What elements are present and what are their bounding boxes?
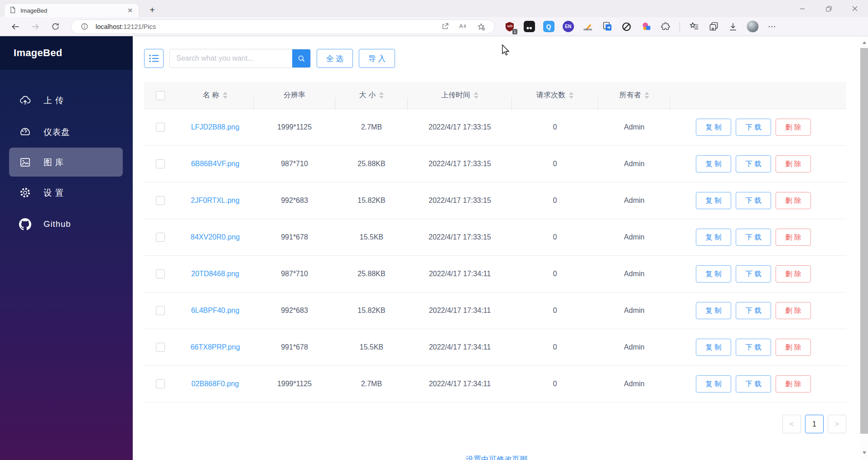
settings-menu-icon[interactable]: ⋯ — [765, 20, 779, 34]
current-page-button[interactable]: 1 — [805, 415, 824, 433]
cell-owner: Admin — [598, 307, 670, 315]
delete-button[interactable]: 删 除 — [776, 155, 811, 172]
header-size[interactable]: 大 小 — [335, 91, 408, 100]
download-button[interactable]: 下 载 — [736, 192, 771, 209]
editor-extension-icon[interactable] — [581, 20, 594, 34]
forward-button[interactable] — [25, 19, 45, 34]
sort-carets-icon[interactable] — [569, 92, 574, 99]
extensions-menu-icon[interactable] — [659, 20, 672, 34]
download-button[interactable]: 下 载 — [736, 229, 771, 246]
browser-tab[interactable]: ImageBed ✕ — [5, 4, 139, 17]
tab-close-icon[interactable]: ✕ — [126, 6, 134, 14]
file-link[interactable]: 20TD8468.png — [191, 270, 239, 278]
table-row: LFJD2B88.png 1999*1125 2.7MB 2022/4/17 1… — [144, 109, 846, 146]
file-link[interactable]: 66TX8PRP.png — [190, 343, 240, 351]
sort-carets-icon[interactable] — [645, 92, 649, 99]
en-translator-extension-icon[interactable]: EN — [561, 20, 575, 34]
sidebar-item-github[interactable]: Github — [0, 208, 133, 240]
row-checkbox[interactable] — [156, 196, 165, 205]
copy-button[interactable]: 复 制 — [696, 192, 731, 209]
translate-pages-extension-icon[interactable] — [600, 20, 614, 34]
row-checkbox[interactable] — [156, 123, 165, 132]
select-all-button[interactable]: 全 选 — [317, 49, 353, 68]
new-tab-button[interactable]: + — [146, 4, 159, 16]
header-uploaded[interactable]: 上传时间 — [408, 91, 512, 100]
download-button[interactable]: 下 载 — [736, 119, 771, 136]
scroll-down-icon[interactable] — [860, 449, 868, 456]
row-checkbox[interactable] — [156, 306, 165, 315]
download-button[interactable]: 下 载 — [736, 375, 771, 393]
view-mode-list-button[interactable] — [144, 49, 164, 68]
file-link[interactable]: LFJD2B88.png — [191, 123, 240, 131]
add-favorite-icon[interactable] — [474, 20, 488, 34]
download-button[interactable]: 下 载 — [736, 339, 771, 356]
window-minimize-button[interactable] — [789, 0, 815, 17]
colorful-extension-icon[interactable] — [639, 20, 653, 34]
sidebar-item-gallery[interactable]: 图 库 — [9, 148, 123, 177]
header-owner[interactable]: 所有者 — [598, 91, 670, 100]
delete-button[interactable]: 删 除 — [776, 302, 811, 319]
file-link[interactable]: 6L4BPF40.png — [191, 307, 240, 315]
page-scrollbar[interactable] — [860, 36, 868, 460]
copy-button[interactable]: 复 制 — [696, 119, 731, 136]
open-external-icon[interactable] — [438, 20, 452, 34]
sort-carets-icon[interactable] — [379, 92, 384, 99]
search-input[interactable] — [170, 49, 292, 67]
file-link[interactable]: 6B86B4VF.png — [191, 160, 240, 168]
import-button[interactable]: 导 入 — [359, 49, 395, 68]
download-button[interactable]: 下 载 — [736, 302, 771, 319]
copy-button[interactable]: 复 制 — [696, 265, 731, 283]
scrollbar-thumb[interactable] — [860, 48, 868, 434]
sidebar-item-upload[interactable]: 上 传 — [0, 84, 133, 116]
site-info-icon[interactable] — [77, 20, 91, 34]
copy-button[interactable]: 复 制 — [696, 302, 731, 319]
delete-button[interactable]: 删 除 — [776, 192, 811, 209]
file-link[interactable]: 2JF0RTXL.png — [191, 196, 239, 205]
copy-button[interactable]: 复 制 — [696, 339, 731, 356]
header-name[interactable]: 名 称 — [177, 91, 254, 100]
row-checkbox[interactable] — [156, 269, 165, 278]
block-extension-icon[interactable] — [620, 20, 633, 34]
scroll-up-icon[interactable] — [860, 39, 868, 46]
sort-carets-icon[interactable] — [474, 92, 478, 99]
delete-button[interactable]: 删 除 — [776, 229, 811, 246]
copy-button[interactable]: 复 制 — [696, 229, 731, 246]
window-restore-button[interactable] — [815, 0, 842, 17]
download-button[interactable]: 下 载 — [736, 265, 771, 283]
file-link[interactable]: 02B868F0.png — [192, 380, 239, 388]
sort-carets-icon[interactable] — [223, 92, 227, 99]
delete-button[interactable]: 删 除 — [776, 375, 811, 393]
header-resolution: 分辨率 — [254, 91, 335, 100]
delete-button[interactable]: 删 除 — [776, 339, 811, 356]
dark-extension-icon[interactable] — [522, 20, 536, 34]
row-checkbox[interactable] — [156, 233, 165, 242]
row-checkbox[interactable] — [156, 343, 165, 352]
select-all-checkbox[interactable] — [156, 91, 165, 100]
file-link[interactable]: 84XV20R0.png — [191, 233, 240, 241]
header-requests[interactable]: 请求次数 — [512, 91, 598, 100]
address-bar[interactable]: localhost:12121/Pics A — [71, 19, 495, 34]
prev-page-button[interactable]: < — [782, 415, 801, 433]
delete-button[interactable]: 删 除 — [776, 119, 811, 136]
copy-button[interactable]: 复 制 — [696, 155, 731, 172]
delete-button[interactable]: 删 除 — [776, 265, 811, 283]
pagination: < 1 > — [782, 415, 846, 433]
sidebar-item-dashboard[interactable]: 仪表盘 — [0, 116, 133, 148]
row-checkbox[interactable] — [156, 379, 165, 388]
profile-avatar[interactable] — [746, 20, 759, 34]
collections-icon[interactable] — [707, 20, 720, 34]
sidebar-item-settings[interactable]: 设 置 — [0, 177, 133, 208]
copy-button[interactable]: 复 制 — [696, 375, 731, 393]
row-checkbox[interactable] — [156, 159, 165, 168]
search-button[interactable] — [292, 49, 310, 67]
ublock-extension-icon[interactable]: uO 1 — [503, 20, 516, 34]
window-close-button[interactable] — [842, 0, 868, 17]
back-button[interactable] — [5, 19, 25, 34]
q-extension-icon[interactable]: Q — [542, 20, 555, 34]
download-button[interactable]: 下 载 — [736, 155, 771, 172]
refresh-button[interactable] — [45, 19, 65, 34]
downloads-icon[interactable] — [726, 20, 740, 34]
next-page-button[interactable]: > — [828, 415, 846, 433]
read-aloud-icon[interactable]: A — [456, 20, 470, 34]
favorites-hub-icon[interactable] — [687, 20, 701, 34]
